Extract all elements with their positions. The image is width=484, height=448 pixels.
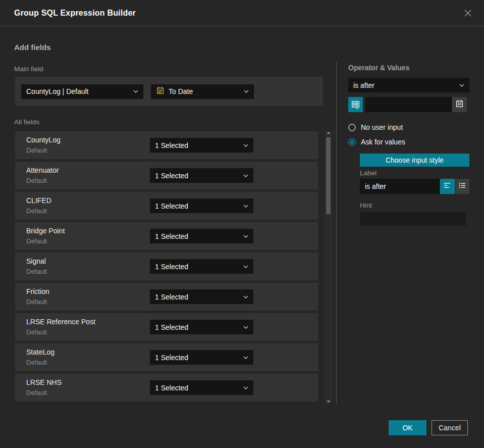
field-row: CLIFED Default 1 Selected xyxy=(15,192,318,220)
calendar-icon xyxy=(156,86,165,96)
chevron-down-icon xyxy=(243,235,248,238)
list-input-style-button[interactable] xyxy=(455,179,470,194)
hint-input[interactable] xyxy=(360,212,466,226)
radio-no-user-input[interactable]: No user input xyxy=(348,123,403,131)
chevron-down-icon xyxy=(243,174,248,177)
field-selection-dropdown[interactable]: 1 Selected xyxy=(150,138,253,153)
date-type-select-value: To Date xyxy=(169,87,193,95)
field-selection-value: 1 Selected xyxy=(155,293,188,301)
close-icon[interactable] xyxy=(462,7,474,19)
chevron-down-icon xyxy=(243,386,248,389)
value-input[interactable] xyxy=(365,97,452,112)
bullet-list-icon xyxy=(458,181,466,191)
field-selection-value: 1 Selected xyxy=(155,172,188,180)
field-row: Bridge Point Default 1 Selected xyxy=(15,222,318,250)
chevron-down-icon xyxy=(243,326,248,329)
date-type-select[interactable]: To Date xyxy=(151,84,254,99)
all-fields-label: All fields xyxy=(14,118,39,126)
field-selection-value: 1 Selected xyxy=(155,263,188,271)
radio-label: Ask for values xyxy=(361,138,405,146)
field-selection-value: 1 Selected xyxy=(155,202,188,210)
field-row: Attenuator Default 1 Selected xyxy=(15,162,318,189)
label-caption: Label xyxy=(360,169,377,177)
field-selection-dropdown[interactable]: 1 Selected xyxy=(150,350,253,365)
field-selection-dropdown[interactable]: 1 Selected xyxy=(150,168,253,183)
field-row: Friction Default 1 Selected xyxy=(15,283,318,311)
input-type-button[interactable] xyxy=(348,97,363,112)
title-bar: Group SQL Expression Builder xyxy=(0,0,484,26)
date-picker-button[interactable] xyxy=(452,97,467,112)
chevron-down-icon xyxy=(459,84,464,87)
main-field-panel: CountyLog | Default To Date xyxy=(15,77,323,106)
field-row: LRSE Reference Post Default 1 Selected xyxy=(15,313,318,341)
group-sql-expression-builder-dialog: Group SQL Expression Builder Add fields … xyxy=(0,0,484,448)
field-selection-dropdown[interactable]: 1 Selected xyxy=(150,259,253,274)
single-input-style-button[interactable] xyxy=(440,179,455,194)
radio-ask-for-values[interactable]: Ask for values xyxy=(348,138,405,146)
main-field-select[interactable]: CountyLog | Default xyxy=(21,84,143,99)
main-field-label: Main field xyxy=(14,65,43,73)
cancel-button[interactable]: Cancel xyxy=(432,420,468,435)
field-selection-value: 1 Selected xyxy=(155,323,188,331)
field-selection-value: 1 Selected xyxy=(155,354,188,362)
chevron-down-icon xyxy=(133,90,138,93)
chevron-down-icon xyxy=(243,144,248,147)
chevron-down-icon xyxy=(243,265,248,268)
field-selection-dropdown[interactable]: 1 Selected xyxy=(150,198,253,213)
align-left-icon xyxy=(443,181,451,191)
label-input[interactable] xyxy=(360,179,440,194)
field-selection-value: 1 Selected xyxy=(155,232,188,240)
radio-icon xyxy=(348,124,356,131)
chevron-down-icon xyxy=(243,356,248,359)
calendar-icon xyxy=(455,99,464,110)
ok-button[interactable]: OK xyxy=(389,420,426,435)
chevron-down-icon xyxy=(243,205,248,208)
field-row: StateLog Default 1 Selected xyxy=(15,343,318,371)
chevron-down-icon xyxy=(243,295,248,298)
hint-caption: Hint xyxy=(360,202,372,209)
scrollbar-up-arrow-icon[interactable] xyxy=(325,130,332,135)
add-fields-heading: Add fields xyxy=(14,43,51,52)
field-selection-value: 1 Selected xyxy=(155,384,188,392)
field-row: CountyLog Default 1 Selected xyxy=(15,131,318,159)
choose-input-style-button[interactable]: Choose input style xyxy=(360,154,469,167)
field-row: Signal Default 1 Selected xyxy=(15,253,318,280)
field-selection-dropdown[interactable]: 1 Selected xyxy=(150,320,253,334)
radio-icon-selected xyxy=(348,138,356,146)
field-selection-dropdown[interactable]: 1 Selected xyxy=(150,229,253,243)
main-field-select-value: CountyLog | Default xyxy=(26,87,89,95)
field-row: LRSE NHS Default 1 Selected xyxy=(15,374,318,402)
scrollbar-down-arrow-icon[interactable] xyxy=(325,399,332,404)
value-input-row xyxy=(348,97,469,112)
scrollbar-thumb[interactable] xyxy=(326,137,331,214)
radio-label: No user input xyxy=(361,123,403,131)
all-fields-list: CountyLog Default 1 Selected Attenuator … xyxy=(15,131,318,404)
operator-select-value: is after xyxy=(353,81,374,89)
field-selection-dropdown[interactable]: 1 Selected xyxy=(150,380,253,395)
fields-list-scrollbar[interactable] xyxy=(325,130,332,404)
operator-select[interactable]: is after xyxy=(348,78,469,92)
field-selection-dropdown[interactable]: 1 Selected xyxy=(150,289,253,304)
label-input-row xyxy=(360,179,469,194)
operator-values-heading: Operator & Values xyxy=(348,64,409,72)
chevron-down-icon xyxy=(244,90,249,93)
panel-divider xyxy=(336,62,337,404)
dialog-title: Group SQL Expression Builder xyxy=(14,9,462,18)
field-selection-value: 1 Selected xyxy=(155,141,188,150)
